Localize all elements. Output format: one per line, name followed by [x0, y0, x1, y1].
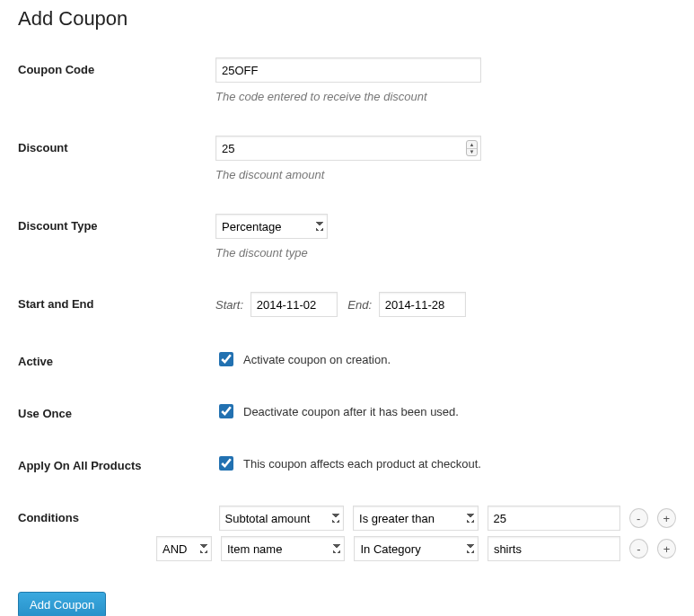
condition-operator-select[interactable]: In Category — [354, 536, 478, 561]
discount-input[interactable] — [215, 136, 481, 161]
step-up-icon[interactable]: ▲ — [467, 141, 477, 149]
discount-label: Discount — [18, 136, 215, 154]
condition-field-select[interactable]: Subtotal amount — [219, 506, 344, 531]
start-label: Start: — [215, 298, 243, 312]
discount-hint: The discount amount — [215, 168, 676, 181]
page-title: Add Coupon — [18, 7, 676, 31]
discount-type-label: Discount Type — [18, 214, 215, 233]
conditions-label: Conditions — [18, 511, 79, 524]
apply-all-checkbox-label: This coupon affects each product at chec… — [243, 457, 481, 471]
active-checkbox-label: Activate coupon on creation. — [243, 353, 391, 366]
discount-type-select[interactable]: Percentage — [215, 214, 328, 239]
use-once-label: Use Once — [18, 401, 215, 420]
condition-operator-select[interactable]: Is greater than — [353, 506, 478, 531]
coupon-code-label: Coupon Code — [18, 57, 215, 76]
apply-all-checkbox[interactable] — [219, 456, 233, 471]
end-label: End: — [347, 298, 372, 312]
use-once-checkbox[interactable] — [219, 404, 233, 418]
condition-field-select[interactable]: Item name — [221, 536, 345, 561]
remove-condition-button[interactable]: - — [629, 539, 648, 559]
end-date-input[interactable] — [379, 292, 466, 317]
coupon-code-input[interactable] — [215, 57, 481, 83]
add-coupon-button[interactable]: Add Coupon — [18, 592, 106, 616]
step-down-icon[interactable]: ▼ — [467, 149, 477, 156]
add-condition-button[interactable]: + — [657, 508, 676, 528]
active-label: Active — [18, 349, 215, 368]
number-stepper[interactable]: ▲ ▼ — [466, 140, 478, 156]
condition-value-input[interactable] — [488, 506, 620, 531]
active-checkbox[interactable] — [219, 352, 233, 366]
remove-condition-button[interactable]: - — [629, 508, 648, 528]
condition-join-select[interactable]: AND — [156, 536, 212, 561]
condition-value-input[interactable] — [488, 536, 620, 561]
use-once-checkbox-label: Deactivate coupon after it has been used… — [243, 405, 459, 418]
start-end-label: Start and End — [18, 292, 215, 311]
coupon-code-hint: The code entered to receive the discount — [215, 90, 676, 103]
add-condition-button[interactable]: + — [657, 539, 676, 559]
start-date-input[interactable] — [250, 292, 338, 317]
discount-type-hint: The discount type — [215, 246, 676, 260]
apply-all-label: Apply On All Products — [18, 453, 215, 472]
